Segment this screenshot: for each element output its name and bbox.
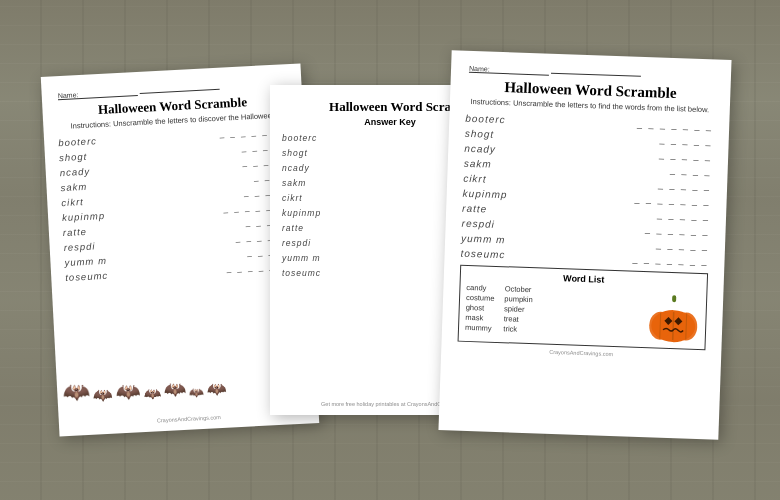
- svg-line-4: [673, 312, 674, 340]
- bat-icon: 🦇: [206, 379, 227, 399]
- bat-icon: 🦇: [115, 378, 141, 403]
- scramble-rows-left: booterc _ _ _ _ _ _ _ shogt _ _ _ _ _ nc…: [58, 125, 297, 283]
- scramble-rows-right: booterc _ _ _ _ _ _ _ shogt _ _ _ _ _ nc…: [460, 113, 713, 268]
- paper-right: Name: Halloween Word Scramble Instructio…: [438, 50, 731, 440]
- bat-icon: 🦇: [143, 385, 161, 402]
- word-list-grid: candy costume ghost mask mummy October p…: [465, 283, 533, 334]
- word-list-box: Word List candy costume ghost mask mummy…: [458, 264, 709, 350]
- svg-rect-0: [672, 295, 676, 302]
- bat-icon: 🦇: [62, 379, 90, 406]
- bat-icon: 🦇: [92, 385, 113, 405]
- papers-container: Name: Halloween Word Scramble Instructio…: [20, 20, 760, 480]
- pumpkin-icon: [647, 291, 701, 345]
- bat-icon: 🦇: [188, 385, 204, 400]
- word-list-col1: candy costume ghost mask mummy: [465, 283, 495, 333]
- bat-icon: 🦇: [163, 378, 186, 401]
- word-list-col2: October pumpkin spider treat trick: [503, 284, 533, 334]
